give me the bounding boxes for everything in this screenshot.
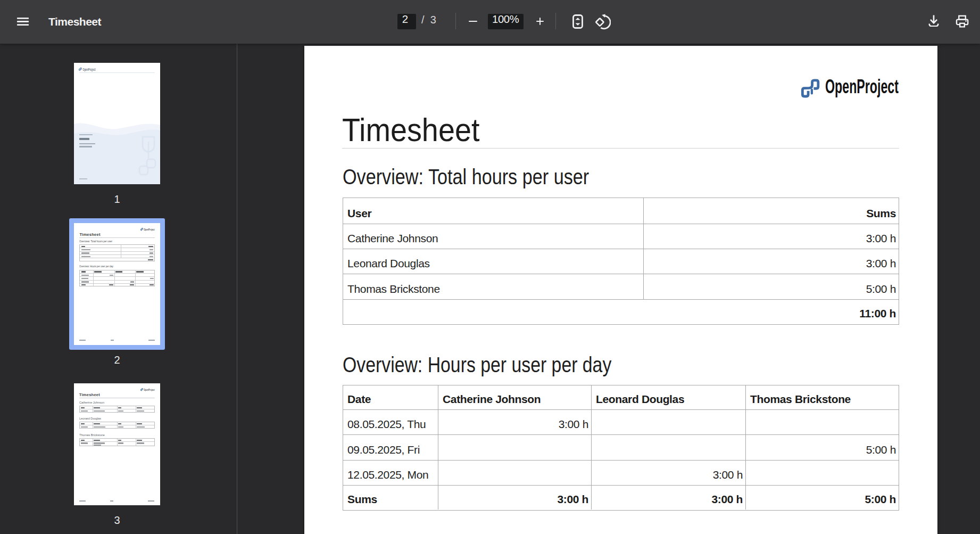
svg-text:Leonard Douglas: Leonard Douglas xyxy=(79,416,101,420)
svg-text:OpenProject: OpenProject xyxy=(144,388,155,391)
svg-text:Overview: Hours per user per d: Overview: Hours per user per day xyxy=(79,265,113,268)
svg-text:Overview: Total hours per user: Overview: Total hours per user xyxy=(79,240,112,243)
svg-text:OpenProject: OpenProject xyxy=(144,228,155,231)
svg-text:Thomas Brickstone: Thomas Brickstone xyxy=(79,433,105,437)
svg-text:OpenProject: OpenProject xyxy=(83,68,96,72)
svg-text:OpenProject: OpenProject xyxy=(825,78,899,97)
svg-text:Catherine Johnson: Catherine Johnson xyxy=(79,400,104,404)
